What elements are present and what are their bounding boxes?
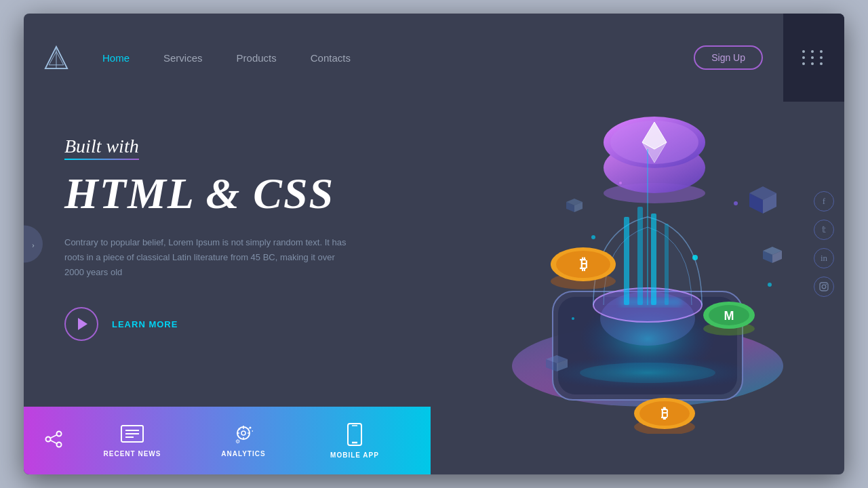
svg-line-4 [45,47,56,68]
svg-point-67 [241,431,245,435]
bottom-mobile-app[interactable]: MOBILE APP [299,423,410,459]
nav-contacts[interactable]: Contacts [311,52,351,64]
right-panel: ₿ M ₿ [417,122,804,393]
svg-point-48 [692,255,698,260]
navbar: Home Services Products Contacts Sign Up [24,14,783,102]
learn-more-link[interactable]: LEARN MORE [112,319,178,329]
dot [802,50,805,53]
bottom-recent-news[interactable]: RECENT NEWS [77,424,188,458]
play-icon [78,318,87,330]
analytics-icon: ⚙ [231,424,256,445]
subtitle: Built with [64,136,139,157]
svg-point-49 [591,235,595,239]
logo-icon [44,45,68,70]
social-panel: f 𝕥 in [814,191,844,297]
signup-button[interactable]: Sign Up [694,45,763,70]
dot [820,50,823,53]
svg-point-73 [250,426,252,428]
svg-point-57 [57,432,62,436]
grid-menu-icon[interactable] [802,50,825,65]
mobile-app-icon [347,423,362,446]
svg-line-60 [50,435,57,439]
dot [802,56,805,59]
svg-point-79 [822,285,826,289]
bottom-bar: RECENT NEWS ⚙ ANALYTICS [24,407,431,474]
svg-rect-17 [620,298,682,306]
svg-point-51 [572,317,574,320]
dot [811,50,814,53]
svg-point-80 [826,284,827,285]
svg-rect-14 [637,207,643,305]
main-content: Built with HTML & CSS Contrary to popula… [24,102,844,407]
svg-point-53 [619,182,622,184]
dot [820,62,823,65]
nav-links: Home Services Products Contacts [102,52,694,64]
instagram-icon[interactable] [814,277,834,297]
nav-home[interactable]: Home [102,52,130,64]
svg-text:⚙: ⚙ [235,439,240,445]
recent-news-icon [120,424,144,445]
dot [811,62,814,65]
play-button[interactable] [64,307,98,341]
main-heading: HTML & CSS [64,169,417,219]
description-text: Contrary to popular belief, Lorem Ipsum … [64,235,349,280]
share-icon[interactable] [44,430,63,451]
dot [811,56,814,59]
nav-products[interactable]: Products [237,52,277,64]
facebook-icon[interactable]: f [814,191,834,211]
menu-panel[interactable] [783,14,844,102]
recent-news-label: RECENT NEWS [104,450,161,458]
crypto-3d-illustration: ₿ M ₿ [458,81,824,434]
chevron-right-icon: › [32,239,35,249]
svg-rect-13 [624,217,629,305]
svg-point-50 [768,283,772,287]
svg-point-52 [734,201,738,205]
svg-point-58 [46,437,51,442]
dot [820,56,823,59]
svg-text:₿: ₿ [661,406,668,421]
svg-point-59 [57,443,62,447]
main-frame: Home Services Products Contacts Sign Up … [24,14,844,474]
left-panel: Built with HTML & CSS Contrary to popula… [64,122,417,341]
svg-line-5 [56,47,67,68]
svg-text:M: M [724,309,734,323]
dot [802,62,805,65]
svg-point-56 [580,363,715,383]
mobile-app-label: MOBILE APP [330,451,379,459]
bottom-analytics[interactable]: ⚙ ANALYTICS [188,424,299,458]
svg-line-61 [50,441,57,444]
nav-services[interactable]: Services [163,52,203,64]
svg-rect-15 [651,214,656,305]
cta-area: LEARN MORE [64,307,417,341]
linkedin-icon[interactable]: in [814,248,834,268]
share-svg-icon [44,430,63,449]
analytics-label: ANALYTICS [221,450,265,458]
twitter-icon[interactable]: 𝕥 [814,220,834,240]
svg-rect-16 [665,224,669,305]
svg-text:₿: ₿ [580,256,587,272]
svg-rect-78 [820,283,828,291]
